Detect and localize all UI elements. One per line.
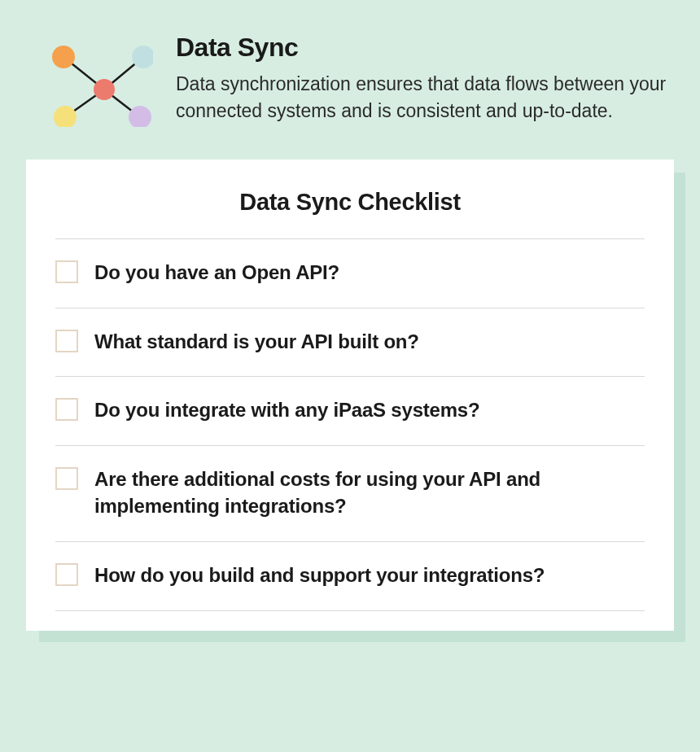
checklist-item-text: Do you have an Open API? [94, 259, 339, 286]
checklist-item-text: Do you integrate with any iPaaS systems? [94, 396, 479, 424]
checklist-item: Do you have an Open API? [55, 239, 645, 308]
checklist-card: Data Sync Checklist Do you have an Open … [26, 160, 674, 631]
checklist-item-text: Are there additional costs for using you… [94, 466, 645, 520]
network-nodes-icon [39, 37, 153, 127]
checkbox[interactable] [55, 398, 78, 421]
checklist-item-text: What standard is your API built on? [94, 328, 419, 356]
checkbox[interactable] [55, 563, 78, 586]
card-container: Data Sync Checklist Do you have an Open … [26, 160, 674, 631]
checklist-item: Do you integrate with any iPaaS systems? [55, 377, 645, 446]
checklist-item: What standard is your API built on? [55, 308, 645, 378]
checklist: Do you have an Open API? What standard i… [55, 239, 645, 611]
svg-point-5 [52, 46, 75, 68]
header: Data Sync Data synchronization ensures t… [26, 33, 674, 127]
card-title: Data Sync Checklist [55, 189, 645, 239]
checklist-item: Are there additional costs for using you… [55, 446, 645, 542]
svg-point-8 [129, 106, 151, 127]
checkbox[interactable] [55, 467, 78, 490]
checklist-item: How do you build and support your integr… [55, 542, 645, 611]
checkbox[interactable] [55, 330, 78, 352]
header-title: Data Sync [176, 33, 674, 63]
header-text: Data Sync Data synchronization ensures t… [176, 33, 674, 125]
header-description: Data synchronization ensures that data f… [176, 71, 674, 125]
svg-point-4 [94, 79, 115, 100]
checkbox[interactable] [55, 260, 78, 283]
checklist-item-text: How do you build and support your integr… [94, 562, 545, 589]
svg-point-7 [54, 106, 77, 127]
